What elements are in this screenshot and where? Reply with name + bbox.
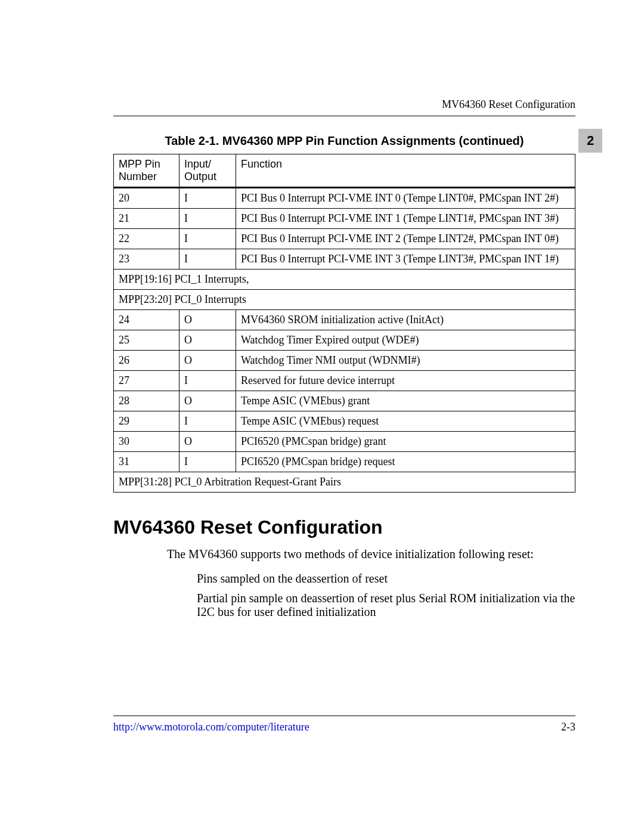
cell-pin: 28 <box>114 391 179 411</box>
page-number: 2-3 <box>561 721 575 733</box>
cell-func: Watchdog Timer Expired output (WDE#) <box>236 330 575 351</box>
table-row: 20IPCI Bus 0 Interrupt PCI-VME INT 0 (Te… <box>114 188 575 209</box>
cell-io: O <box>179 330 236 351</box>
table-row: 21IPCI Bus 0 Interrupt PCI-VME INT 1 (Te… <box>114 209 575 229</box>
span-cell: MPP[31:28] PCI_0 Arbitration Request-Gra… <box>114 472 575 493</box>
cell-pin: 25 <box>114 330 179 351</box>
section-intro: The MV64360 supports two methods of devi… <box>167 547 575 561</box>
cell-func: PCI6520 (PMCspan bridge) grant <box>236 432 575 452</box>
cell-pin: 21 <box>114 209 179 229</box>
table-row: 29ITempe ASIC (VMEbus) request <box>114 411 575 432</box>
table-row: 31IPCI6520 (PMCspan bridge) request <box>114 452 575 472</box>
cell-func: PCI Bus 0 Interrupt PCI-VME INT 1 (Tempe… <box>236 209 575 229</box>
table-row: MPP[31:28] PCI_0 Arbitration Request-Gra… <box>114 472 575 493</box>
cell-io: I <box>179 411 236 432</box>
table-row: 28OTempe ASIC (VMEbus) grant <box>114 391 575 411</box>
span-cell: MPP[23:20] PCI_0 Interrupts <box>114 290 575 310</box>
cell-func: Tempe ASIC (VMEbus) request <box>236 411 575 432</box>
table-row: 22IPCI Bus 0 Interrupt PCI-VME INT 2 (Te… <box>114 229 575 249</box>
cell-pin: 31 <box>114 452 179 472</box>
cell-pin: 30 <box>114 432 179 452</box>
running-header: MV64360 Reset Configuration <box>113 98 575 111</box>
cell-io: I <box>179 229 236 249</box>
cell-io: O <box>179 351 236 371</box>
cell-io: I <box>179 188 236 209</box>
page-footer: http://www.motorola.com/computer/literat… <box>113 716 575 733</box>
cell-func: Watchdog Timer NMI output (WDNMI#) <box>236 351 575 371</box>
cell-io: O <box>179 391 236 411</box>
cell-func: Tempe ASIC (VMEbus) grant <box>236 391 575 411</box>
cell-func: Reserved for future device interrupt <box>236 371 575 391</box>
cell-pin: 29 <box>114 411 179 432</box>
table-row: 24OMV64360 SROM initialization active (I… <box>114 310 575 330</box>
cell-io: I <box>179 452 236 472</box>
list-item: Partial pin sample on deassertion of res… <box>197 592 575 619</box>
table-caption: Table 2-1. MV64360 MPP Pin Function Assi… <box>113 134 575 148</box>
list-item: Pins sampled on the deassertion of reset <box>197 572 575 586</box>
table-row: MPP[23:20] PCI_0 Interrupts <box>114 290 575 310</box>
cell-io: I <box>179 249 236 270</box>
cell-pin: 27 <box>114 371 179 391</box>
cell-pin: 26 <box>114 351 179 371</box>
cell-func: MV64360 SROM initialization active (Init… <box>236 310 575 330</box>
cell-func: PCI Bus 0 Interrupt PCI-VME INT 2 (Tempe… <box>236 229 575 249</box>
cell-pin: 22 <box>114 229 179 249</box>
cell-io: O <box>179 432 236 452</box>
span-cell: MPP[19:16] PCI_1 Interrupts, <box>114 270 575 290</box>
footer-rule <box>113 716 575 716</box>
table-row: 25OWatchdog Timer Expired output (WDE#) <box>114 330 575 351</box>
cell-pin: 24 <box>114 310 179 330</box>
cell-func: PCI Bus 0 Interrupt PCI-VME INT 3 (Tempe… <box>236 249 575 270</box>
header-rule <box>113 116 575 116</box>
cell-func: PCI Bus 0 Interrupt PCI-VME INT 0 (Tempe… <box>236 188 575 209</box>
table-row: 30OPCI6520 (PMCspan bridge) grant <box>114 432 575 452</box>
cell-io: I <box>179 371 236 391</box>
cell-pin: 20 <box>114 188 179 209</box>
cell-io: O <box>179 310 236 330</box>
table-row: MPP[19:16] PCI_1 Interrupts, <box>114 270 575 290</box>
chapter-tab: 2 <box>578 129 602 153</box>
th-io: Input/ Output <box>179 154 236 188</box>
th-func: Function <box>236 154 575 188</box>
table-header-row: MPP Pin Number Input/ Output Function <box>114 154 575 188</box>
table-row: 23IPCI Bus 0 Interrupt PCI-VME INT 3 (Te… <box>114 249 575 270</box>
cell-io: I <box>179 209 236 229</box>
cell-pin: 23 <box>114 249 179 270</box>
table-row: 27IReserved for future device interrupt <box>114 371 575 391</box>
pin-function-table: MPP Pin Number Input/ Output Function 20… <box>113 154 575 493</box>
table-row: 26OWatchdog Timer NMI output (WDNMI#) <box>114 351 575 371</box>
cell-func: PCI6520 (PMCspan bridge) request <box>236 452 575 472</box>
section-heading: MV64360 Reset Configuration <box>113 516 575 538</box>
footer-link[interactable]: http://www.motorola.com/computer/literat… <box>113 721 309 733</box>
th-pin: MPP Pin Number <box>114 154 179 188</box>
